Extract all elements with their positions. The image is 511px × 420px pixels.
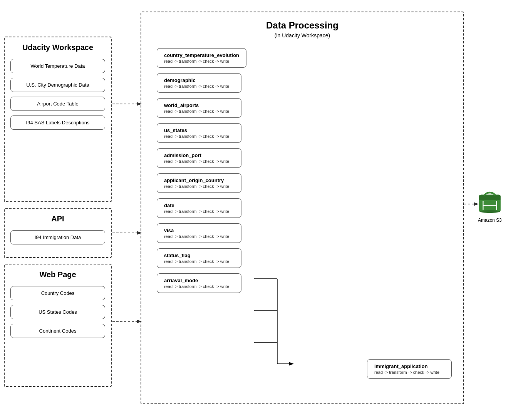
us-city-demo-box: U.S. City Demographic Data xyxy=(10,78,105,92)
proc-immigrant-app-wrapper: immigrant_application read -> transform … xyxy=(367,359,452,384)
proc-applicant-origin: applicant_origin_country read -> transfo… xyxy=(157,173,241,193)
proc-arriaval-mode: arriaval_mode read -> transform -> check… xyxy=(157,273,241,293)
amazon-s3-container: Amazon S3 xyxy=(476,189,503,223)
proc-us-states: us_states read -> transform -> check -> … xyxy=(157,123,241,143)
webpage-panel-title: Web Page xyxy=(10,270,105,279)
proc-date: date read -> transform -> check -> write xyxy=(157,198,241,218)
proc-immigrant-application: immigrant_application read -> transform … xyxy=(367,359,452,379)
svg-point-6 xyxy=(480,210,500,213)
continent-codes-box: Continent Codes xyxy=(10,324,105,338)
s3-icon xyxy=(476,189,503,216)
proc-world-airports: world_airports read -> transform -> chec… xyxy=(157,98,241,118)
us-states-codes-box: US States Codes xyxy=(10,305,105,319)
airport-code-box: Airport Code Table xyxy=(10,97,105,111)
proc-demographic: demographic read -> transform -> check -… xyxy=(157,73,241,93)
world-temp-box: World Temperature Data xyxy=(10,59,105,73)
proc-country-temp: country_temperature_evolution read -> tr… xyxy=(157,48,246,68)
i94-immigration-box: I94 Immigration Data xyxy=(10,230,105,244)
processing-panel: Data Processing (in Udacity Workspace) c… xyxy=(141,12,464,404)
api-panel: API I94 Immigration Data xyxy=(4,208,112,258)
proc-status-flag: status_flag read -> transform -> check -… xyxy=(157,248,241,268)
processing-panel-title: Data Processing xyxy=(149,20,456,31)
api-panel-title: API xyxy=(10,214,105,223)
country-codes-box: Country Codes xyxy=(10,286,105,300)
udacity-workspace-title: Udacity Workspace xyxy=(10,43,105,52)
proc-visa: visa read -> transform -> check -> write xyxy=(157,223,241,243)
proc-admission-port: admission_port read -> transform -> chec… xyxy=(157,148,241,168)
i94-sas-box: I94 SAS Labels Descriptions xyxy=(10,115,105,130)
processing-panel-subtitle: (in Udacity Workspace) xyxy=(149,32,456,38)
s3-label: Amazon S3 xyxy=(478,218,502,223)
process-list: country_temperature_evolution read -> tr… xyxy=(149,46,456,298)
webpage-panel: Web Page Country Codes US States Codes C… xyxy=(4,264,112,387)
diagram-container: Udacity Workspace World Temperature Data… xyxy=(0,0,511,420)
svg-rect-2 xyxy=(479,197,501,200)
udacity-workspace-panel: Udacity Workspace World Temperature Data… xyxy=(4,37,112,202)
